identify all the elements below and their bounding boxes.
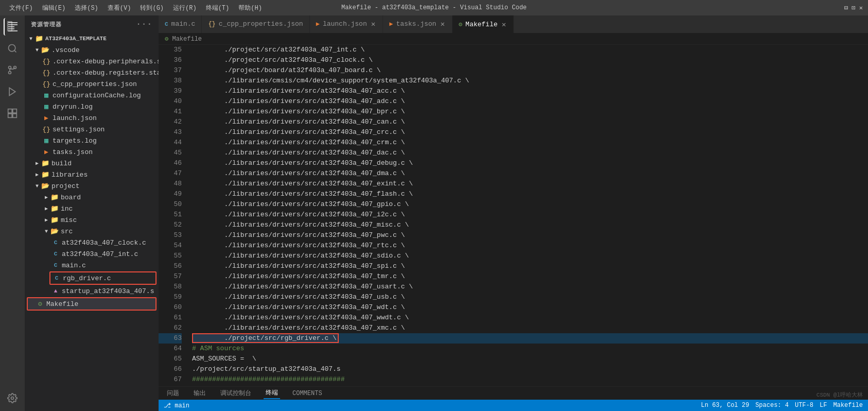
tab-main-c[interactable]: C main.c [159,15,202,33]
menu-edit[interactable]: 编辑(E) [38,3,70,13]
tree-rgb-driver[interactable]: C rgb_driver.c [50,272,155,284]
inc-label: inc [61,205,73,213]
cortex-peripherals-icon: {} [42,57,50,65]
watermark: CSDN @l呼哈大林 [817,391,863,399]
tab-tasks-close[interactable]: ✕ [439,19,445,29]
tab-main-c-icon: C [165,21,168,27]
menu-file[interactable]: 文件(F) [5,3,37,13]
makefile-label: Makefile [46,300,78,308]
activity-settings[interactable] [4,389,21,407]
tree-config-cache[interactable]: ▦ configurationCache.log [25,90,159,101]
status-branch[interactable]: ⎇ main [164,402,189,409]
c-cpp-props-icon: {} [42,80,50,88]
rgb-driver-label: rgb_driver.c [63,275,111,282]
tab-makefile[interactable]: ⚙ Makefile ✕ [453,15,514,33]
menu-goto[interactable]: 转到(G) [136,3,168,13]
tree-inc[interactable]: ▶ 📁 inc [25,203,159,214]
activity-search[interactable] [4,40,21,57]
tab-launch[interactable]: ▶ launch.json ✕ [310,15,384,33]
rgb-driver-icon: C [53,274,61,282]
main-c-label: main.c [62,262,86,269]
status-spaces[interactable]: Spaces: 4 [755,402,789,409]
menu-help[interactable]: 帮助(H) [234,3,266,13]
tree-makefile[interactable]: ⚙ Makefile [28,298,155,310]
tree-board[interactable]: ▶ 📁 board [25,192,159,203]
tab-launch-label: launch.json [323,20,367,28]
status-language[interactable]: Makefile [833,402,863,409]
status-right: Ln 63, Col 29 Spaces: 4 UTF-8 LF Makefil… [701,402,863,409]
config-cache-label: configurationCache.log [53,92,141,99]
tree-startup[interactable]: ▲ startup_at32f403a_407.s [25,285,159,297]
tree-c-cpp-props[interactable]: {} c_cpp_properties.json [25,78,159,90]
menu-run[interactable]: 运行(R) [169,3,201,13]
tree-cortex-peripherals[interactable]: {} .cortex-debug.peripherals.state.json [25,56,159,67]
menu-bar[interactable]: 文件(F) 编辑(E) 选择(S) 查看(V) 转到(G) 运行(R) 终端(T… [5,3,266,13]
build-label: build [51,160,72,167]
panel-tab-output[interactable]: 输出 [192,388,208,399]
activity-explorer[interactable] [4,18,21,36]
svg-rect-7 [8,109,12,113]
tree-cortex-registers[interactable]: {} .cortex-debug.registers.state.json [25,67,159,78]
tree-launch[interactable]: ▶ launch.json [25,112,159,124]
inc-icon: 📁 [50,204,59,213]
root-label: AT32F403A_TEMPLATE [45,36,107,42]
tasks-icon: ▶ [42,148,50,156]
sidebar-menu-button[interactable]: ··· [136,20,152,29]
settings-icon: {} [42,125,50,133]
menu-terminal[interactable]: 终端(T) [202,3,234,13]
svg-rect-8 [13,109,17,113]
tab-makefile-close[interactable]: ✕ [501,20,507,29]
tree-project[interactable]: ▼ 📂 project [25,180,159,192]
board-arrow: ▶ [42,193,50,201]
tree-libraries[interactable]: ▶ 📁 libraries [25,169,159,180]
targets-label: targets.log [53,137,97,145]
panel-tab-comments[interactable]: COMMENTS [290,389,324,398]
tab-tasks[interactable]: ▶ tasks.json ✕ [383,15,453,33]
status-encoding[interactable]: UTF-8 [795,402,813,409]
tree-int-c[interactable]: C at32f403a_407_int.c [25,248,159,260]
tree-src[interactable]: ▼ 📂 src [25,226,159,237]
tab-c-cpp-props[interactable]: {} c_cpp_properties.json [202,15,309,33]
activity-extensions[interactable] [4,105,21,122]
build-icon: 📁 [41,159,49,167]
svg-rect-10 [13,114,17,118]
activity-debug[interactable] [4,83,21,100]
tab-c-cpp-icon: {} [208,21,215,28]
cortex-registers-label: .cortex-debug.registers.state.json [53,69,159,77]
tree-clock-c[interactable]: C at32f403a_407_clock.c [25,237,159,248]
tree-misc[interactable]: ▶ 📁 misc [25,214,159,226]
line-numbers: 3536373839404142434445464748495051525354… [159,45,187,386]
titlebar: 文件(F) 编辑(E) 选择(S) 查看(V) 转到(G) 运行(R) 终端(T… [0,0,868,15]
menu-view[interactable]: 查看(V) [103,3,135,13]
panel-tab-terminal[interactable]: 终端 [264,387,280,399]
config-cache-icon: ▦ [42,91,50,99]
rgb-driver-highlight-box: C rgb_driver.c [49,271,157,285]
breadcrumb: ⚙ Makefile [159,33,868,45]
tree-dryrun[interactable]: ▦ dryrun.log [25,101,159,112]
tab-launch-close[interactable]: ✕ [370,19,376,29]
tree-tasks[interactable]: ▶ tasks.json [25,146,159,158]
targets-icon: ▦ [42,136,50,145]
tree-root[interactable]: ▼ 📁 AT32F403A_TEMPLATE [25,33,159,44]
code-content[interactable]: ./project/src/at32f403a_407_int.c \ ./pr… [187,45,868,386]
c-cpp-props-label: c_cpp_properties.json [53,80,137,88]
tree-targets[interactable]: ▦ targets.log [25,135,159,146]
code-editor[interactable]: 3536373839404142434445464748495051525354… [159,45,868,386]
panel-tab-problems[interactable]: 问题 [165,388,181,399]
status-position[interactable]: Ln 63, Col 29 [701,402,750,409]
tabs-bar: C main.c {} c_cpp_properties.json ▶ laun… [159,15,868,33]
tree-build[interactable]: ▶ 📁 build [25,158,159,169]
menu-select[interactable]: 选择(S) [71,3,102,13]
svg-line-2 [14,50,16,53]
panel-tab-debug[interactable]: 调试控制台 [218,388,253,399]
activity-source-control[interactable] [4,61,21,79]
misc-label: misc [61,216,77,224]
status-eol[interactable]: LF [820,402,827,409]
vscode-arrow: ▼ [33,46,41,54]
tree-main-c[interactable]: C main.c [25,260,159,271]
startup-icon: ▲ [51,287,60,295]
settings-label: settings.json [53,126,105,133]
tab-launch-icon: ▶ [316,20,320,28]
tree-settings[interactable]: {} settings.json [25,124,159,135]
tree-vscode[interactable]: ▼ 📂 .vscode [25,44,159,56]
